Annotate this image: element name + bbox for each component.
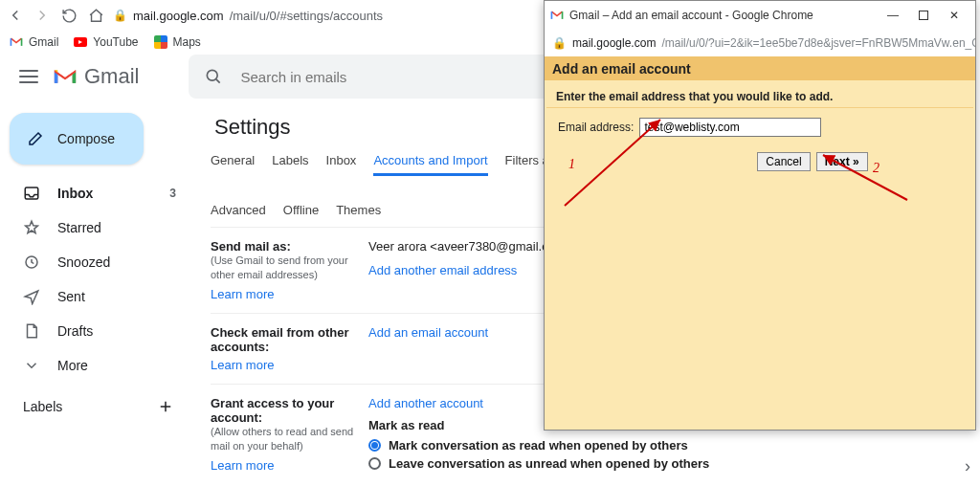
close-icon[interactable]: ✕ bbox=[939, 4, 969, 27]
tab-offline[interactable]: Offline bbox=[283, 203, 319, 225]
maps-icon bbox=[154, 35, 167, 49]
back-icon[interactable] bbox=[6, 6, 25, 25]
svg-point-0 bbox=[208, 70, 218, 80]
plus-icon[interactable] bbox=[157, 398, 174, 415]
cancel-button[interactable]: Cancel bbox=[757, 152, 810, 171]
learn-more-link[interactable]: Learn more bbox=[211, 458, 274, 473]
sidebar-item-drafts[interactable]: Drafts bbox=[0, 316, 191, 346]
sidebar-label: More bbox=[57, 358, 176, 373]
tab-general[interactable]: General bbox=[211, 153, 255, 176]
sidebar-item-snoozed[interactable]: Snoozed bbox=[0, 247, 191, 277]
lock-icon: 🔒 bbox=[113, 9, 127, 22]
bookmark-maps[interactable]: Maps bbox=[154, 35, 201, 49]
popup-window: Gmail – Add an email account - Google Ch… bbox=[544, 0, 976, 431]
sidebar-label: Inbox bbox=[57, 186, 169, 201]
radio-label: Mark conversation as read when opened by… bbox=[389, 438, 688, 453]
bookmark-gmail[interactable]: Gmail bbox=[10, 35, 58, 49]
popup-url-host: mail.google.com bbox=[572, 36, 656, 50]
email-label: Email address: bbox=[558, 121, 634, 134]
youtube-icon bbox=[74, 37, 87, 47]
popup-title-text: Gmail – Add an email account - Google Ch… bbox=[569, 9, 813, 22]
email-input[interactable] bbox=[639, 118, 821, 137]
popup-address-bar[interactable]: 🔒 mail.google.com/mail/u/0/?ui=2&ik=1ee5… bbox=[545, 30, 975, 56]
radio-mark-read[interactable]: Mark conversation as read when opened by… bbox=[368, 436, 957, 454]
gmail-icon bbox=[550, 11, 564, 20]
sidebar-item-starred[interactable]: Starred bbox=[0, 212, 191, 243]
tab-themes[interactable]: Themes bbox=[336, 203, 381, 225]
tab-inbox[interactable]: Inbox bbox=[326, 153, 357, 176]
next-button[interactable]: Next » bbox=[816, 152, 868, 171]
radio-icon bbox=[368, 457, 381, 470]
inbox-count: 3 bbox=[169, 187, 176, 200]
forward-icon[interactable] bbox=[33, 6, 52, 25]
radio-icon bbox=[368, 439, 381, 452]
bookmark-label: Gmail bbox=[29, 35, 58, 49]
pencil-icon bbox=[27, 130, 44, 147]
sidebar-item-sent[interactable]: Sent bbox=[0, 281, 191, 312]
url-host: mail.google.com bbox=[133, 9, 224, 23]
sidebar: Compose Inbox 3 Starred Snoozed Sent Dra… bbox=[0, 99, 191, 478]
section-title: Grant access to your account: bbox=[211, 396, 368, 425]
bookmark-youtube[interactable]: YouTube bbox=[74, 35, 138, 49]
star-icon bbox=[23, 219, 40, 236]
popup-body: Add an email account Enter the email add… bbox=[545, 56, 975, 430]
minimize-icon[interactable]: — bbox=[878, 4, 908, 27]
compose-button[interactable]: Compose bbox=[10, 113, 144, 165]
chevron-right-icon[interactable]: › bbox=[965, 456, 970, 476]
labels-header: Labels bbox=[0, 385, 191, 415]
section-title: Send mail as: bbox=[211, 239, 368, 254]
tab-labels[interactable]: Labels bbox=[272, 153, 308, 176]
email-row: Email address: bbox=[545, 108, 975, 146]
sidebar-item-more[interactable]: More bbox=[0, 350, 191, 381]
popup-title-bar: Gmail – Add an email account - Google Ch… bbox=[545, 1, 975, 30]
tab-accounts[interactable]: Accounts and Import bbox=[373, 153, 487, 176]
hamburger-icon[interactable] bbox=[19, 70, 38, 83]
sidebar-label: Snoozed bbox=[57, 254, 176, 270]
url-path: /mail/u/0/#settings/accounts bbox=[230, 9, 383, 23]
tab-advanced[interactable]: Advanced bbox=[211, 203, 266, 225]
sidebar-item-inbox[interactable]: Inbox 3 bbox=[0, 178, 191, 209]
gmail-logo[interactable]: Gmail bbox=[52, 64, 139, 89]
maximize-icon[interactable] bbox=[908, 4, 939, 27]
sidebar-label: Sent bbox=[57, 289, 176, 304]
popup-url-path: /mail/u/0/?ui=2&ik=1ee5be7d8e&jsver=FnRB… bbox=[661, 36, 975, 50]
chevron-down-icon bbox=[23, 357, 40, 374]
clock-icon bbox=[23, 254, 40, 271]
home-icon[interactable] bbox=[86, 6, 105, 25]
search-icon bbox=[204, 67, 223, 86]
section-title: Check email from other accounts: bbox=[211, 325, 368, 354]
lock-icon: 🔒 bbox=[552, 36, 567, 50]
learn-more-link[interactable]: Learn more bbox=[211, 358, 274, 372]
bookmark-label: Maps bbox=[173, 35, 201, 49]
radio-leave-unread[interactable]: Leave conversation as unread when opened… bbox=[368, 454, 957, 473]
labels-title: Labels bbox=[23, 399, 62, 414]
reload-icon[interactable] bbox=[59, 6, 78, 25]
popup-heading: Add an email account bbox=[545, 57, 975, 80]
sidebar-label: Starred bbox=[57, 220, 176, 235]
bookmark-label: YouTube bbox=[93, 35, 138, 49]
inbox-icon bbox=[23, 185, 40, 202]
brand-text: Gmail bbox=[84, 64, 139, 89]
popup-subheading: Enter the email address that you would l… bbox=[545, 80, 975, 107]
section-sub: (Use Gmail to send from your other email… bbox=[211, 254, 368, 283]
compose-label: Compose bbox=[57, 131, 115, 146]
sidebar-label: Drafts bbox=[57, 323, 176, 339]
section-sub: (Allow others to read and send mail on y… bbox=[211, 425, 368, 454]
sent-icon bbox=[23, 288, 40, 305]
radio-label: Leave conversation as unread when opened… bbox=[389, 456, 709, 471]
svg-rect-3 bbox=[920, 11, 928, 20]
learn-more-link[interactable]: Learn more bbox=[211, 287, 274, 301]
button-row: Cancel Next » bbox=[545, 146, 975, 171]
file-icon bbox=[23, 322, 40, 340]
